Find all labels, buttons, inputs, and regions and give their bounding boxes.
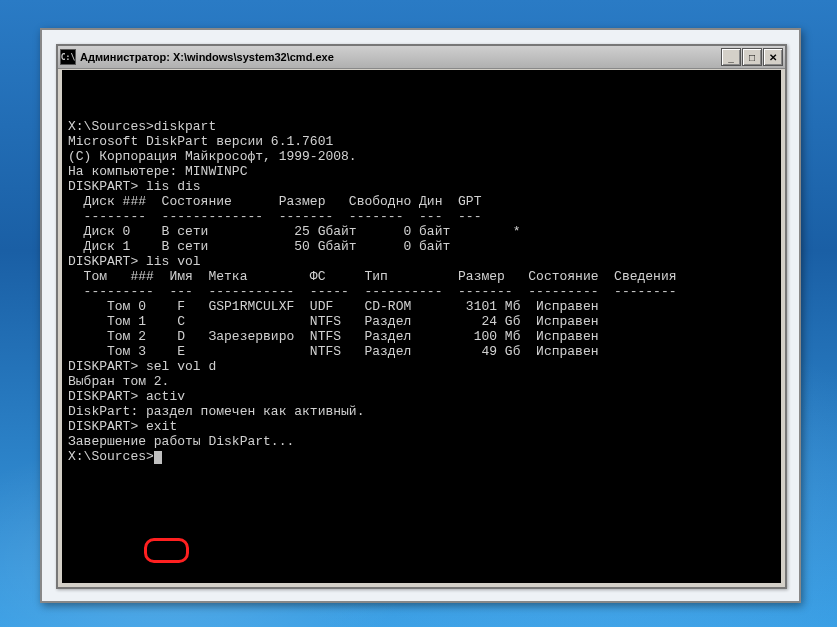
terminal-line: Том 2 D Зарезервиро NTFS Раздел 100 Mб И… [68, 329, 775, 344]
terminal-line: DISKPART> lis dis [68, 179, 775, 194]
terminal-line: --------- --- ----------- ----- --------… [68, 284, 775, 299]
cmd-window: C:\ Администратор: X:\windows\system32\c… [56, 44, 787, 589]
terminal-output[interactable]: X:\Sources>diskpartMicrosoft DiskPart ве… [62, 70, 781, 583]
terminal-line: Том 0 F GSP1RMCULXF UDF CD-ROM 3101 Mб И… [68, 299, 775, 314]
terminal-line: X:\Sources>diskpart [68, 119, 775, 134]
terminal-line: Завершение работы DiskPart... [68, 434, 775, 449]
window-title: Администратор: X:\windows\system32\cmd.e… [80, 51, 721, 63]
terminal-line: Выбран том 2. [68, 374, 775, 389]
terminal-line: DISKPART> lis vol [68, 254, 775, 269]
terminal-line: Диск 0 В сети 25 Gбайт 0 байт * [68, 224, 775, 239]
minimize-button[interactable]: _ [721, 48, 741, 66]
close-button[interactable]: ✕ [763, 48, 783, 66]
terminal-line: Диск ### Состояние Размер Свободно Дин G… [68, 194, 775, 209]
terminal-line: DiskPart: раздел помечен как активный. [68, 404, 775, 419]
terminal-line: Диск 1 В сети 50 Gбайт 0 байт [68, 239, 775, 254]
terminal-line: DISKPART> exit [68, 419, 775, 434]
installer-frame: C:\ Администратор: X:\windows\system32\c… [40, 28, 801, 603]
terminal-line: Том 3 E NTFS Раздел 49 Gб Исправен [68, 344, 775, 359]
terminal-line: Том ### Имя Метка ФС Тип Размер Состояни… [68, 269, 775, 284]
terminal-line: (C) Корпорация Майкрософт, 1999-2008. [68, 149, 775, 164]
window-controls: _ □ ✕ [721, 48, 783, 66]
terminal-line: Том 1 C NTFS Раздел 24 Gб Исправен [68, 314, 775, 329]
maximize-button[interactable]: □ [742, 48, 762, 66]
terminal-line: -------- ------------- ------- ------- -… [68, 209, 775, 224]
terminal-line: DISKPART> sel vol d [68, 359, 775, 374]
terminal-line: DISKPART> activ [68, 389, 775, 404]
titlebar[interactable]: C:\ Администратор: X:\windows\system32\c… [58, 46, 785, 69]
terminal-line: На компьютере: MINWINPC [68, 164, 775, 179]
terminal-line: X:\Sources> [68, 449, 775, 464]
cursor [154, 451, 162, 464]
app-icon: C:\ [60, 49, 76, 65]
terminal-line: Microsoft DiskPart версии 6.1.7601 [68, 134, 775, 149]
